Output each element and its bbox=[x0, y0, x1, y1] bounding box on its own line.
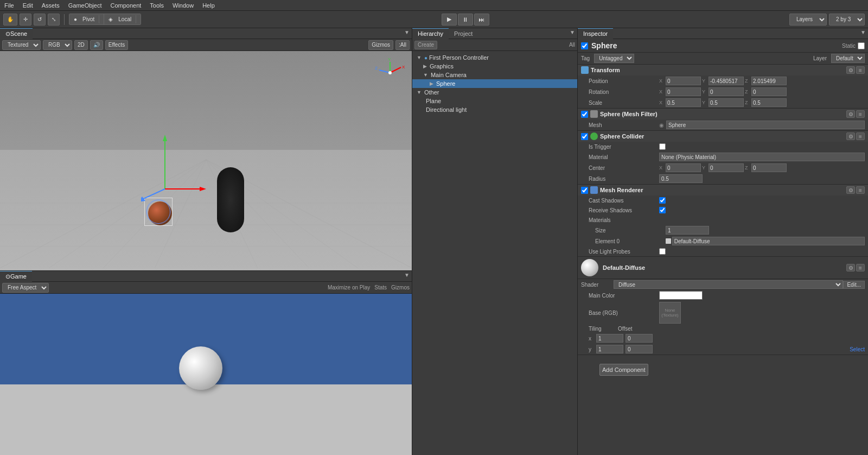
maximize-on-play-button[interactable]: Maximize on Play bbox=[328, 285, 370, 290]
rotation-x-input[interactable] bbox=[666, 87, 701, 96]
scale-z-input[interactable] bbox=[751, 98, 787, 107]
texture-preview[interactable]: None (Texture) bbox=[659, 302, 681, 324]
menu-edit[interactable]: Edit bbox=[18, 2, 37, 9]
add-component-button[interactable]: Add Component bbox=[599, 364, 648, 376]
scale-y-input[interactable] bbox=[709, 98, 744, 107]
tiling-x-input[interactable] bbox=[596, 334, 623, 343]
material-menu-icon[interactable]: ≡ bbox=[856, 264, 865, 271]
play-button[interactable]: ▶ bbox=[442, 14, 457, 26]
mesh-renderer-enabled[interactable] bbox=[581, 187, 588, 194]
transform-header[interactable]: Transform ⚙ ≡ bbox=[578, 65, 868, 75]
scale-x-input[interactable] bbox=[666, 98, 701, 107]
menu-window[interactable]: Window bbox=[168, 2, 198, 9]
size-input[interactable] bbox=[666, 226, 709, 235]
tiling-y-input[interactable] bbox=[596, 345, 623, 353]
scene-minimize-button[interactable]: ▼ bbox=[404, 29, 410, 35]
hierarchy-item-dirlight[interactable]: Directional light bbox=[412, 105, 577, 114]
menu-gameobject[interactable]: GameObject bbox=[64, 2, 106, 9]
rotation-y-input[interactable] bbox=[709, 87, 744, 96]
mesh-renderer-header[interactable]: Mesh Renderer ⚙ ≡ bbox=[578, 185, 868, 195]
mesh-renderer-settings-icon[interactable]: ⚙ bbox=[846, 186, 855, 194]
menu-tools[interactable]: Tools bbox=[145, 2, 168, 9]
radius-input[interactable] bbox=[659, 174, 703, 183]
main-color-swatch[interactable] bbox=[659, 291, 703, 300]
hand-tool-button[interactable]: ✋ bbox=[3, 14, 17, 26]
position-y-input[interactable] bbox=[709, 77, 744, 85]
aspect-dropdown[interactable]: Free Aspect bbox=[2, 283, 49, 293]
menu-file[interactable]: File bbox=[0, 2, 18, 9]
rotate-tool-button[interactable]: ↺ bbox=[34, 14, 46, 26]
sphere-collider-menu-icon[interactable]: ≡ bbox=[856, 132, 865, 140]
material-settings-icon[interactable]: ⚙ bbox=[846, 264, 855, 271]
game-tab[interactable]: ⊙ Game bbox=[0, 271, 32, 282]
transform-gizmo[interactable] bbox=[141, 129, 206, 205]
stats-button[interactable]: Stats bbox=[374, 285, 387, 290]
game-gizmos-button[interactable]: Gizmos bbox=[391, 285, 410, 290]
use-light-probes-checkbox[interactable] bbox=[659, 248, 666, 255]
tag-dropdown[interactable]: Untagged bbox=[594, 54, 634, 63]
hierarchy-item-maincamera[interactable]: ▼ Main Camera bbox=[412, 71, 577, 79]
hierarchy-item-sphere[interactable]: ▶ Sphere bbox=[412, 79, 577, 88]
game-minimize-button[interactable]: ▼ bbox=[404, 272, 410, 278]
select-label[interactable]: Select bbox=[850, 346, 865, 352]
color-mode-dropdown[interactable]: RGB bbox=[43, 40, 72, 50]
audio-button[interactable]: 🔊 bbox=[90, 40, 103, 50]
hierarchy-item-graphics[interactable]: ▶ Graphics bbox=[412, 62, 577, 71]
sphere-collider-enabled[interactable] bbox=[581, 133, 588, 140]
sphere-collider-settings-icon[interactable]: ⚙ bbox=[846, 132, 855, 140]
pause-button[interactable]: ⏸ bbox=[458, 14, 473, 26]
2d-button[interactable]: 2D bbox=[74, 40, 88, 50]
offset-y-input[interactable] bbox=[626, 345, 653, 353]
rotation-z-input[interactable] bbox=[751, 87, 787, 96]
mesh-value-input[interactable] bbox=[666, 121, 865, 129]
pivot-button[interactable]: ● Pivot bbox=[69, 14, 104, 24]
scale-tool-button[interactable]: ⤡ bbox=[48, 14, 60, 26]
step-button[interactable]: ⏭ bbox=[474, 14, 489, 26]
move-tool-button[interactable]: ✛ bbox=[20, 14, 31, 26]
transform-menu-icon[interactable]: ≡ bbox=[856, 66, 865, 74]
layout-dropdown[interactable]: 2 by 3 bbox=[829, 14, 865, 26]
hierarchy-minimize-button[interactable]: ▼ bbox=[570, 29, 575, 35]
receive-shadows-checkbox[interactable] bbox=[659, 207, 666, 213]
local-button[interactable]: ◈ Local bbox=[104, 14, 141, 24]
mesh-filter-enabled[interactable] bbox=[581, 111, 588, 118]
layers-dropdown[interactable]: Layers bbox=[789, 14, 827, 26]
inspector-minimize-button[interactable]: ▼ bbox=[860, 29, 866, 35]
shader-dropdown[interactable]: Diffuse bbox=[614, 280, 843, 289]
mesh-filter-settings-icon[interactable]: ⚙ bbox=[846, 110, 855, 118]
create-button[interactable]: Create bbox=[414, 41, 437, 49]
menu-assets[interactable]: Assets bbox=[37, 2, 64, 9]
hierarchy-tab[interactable]: Hierarchy bbox=[412, 28, 449, 39]
sphere-collider-header[interactable]: Sphere Collider ⚙ ≡ bbox=[578, 131, 868, 142]
menu-help[interactable]: Help bbox=[198, 2, 219, 9]
hierarchy-item-other[interactable]: ▼ Other bbox=[412, 88, 577, 97]
transform-settings-icon[interactable]: ⚙ bbox=[846, 66, 855, 74]
cast-shadows-checkbox[interactable] bbox=[659, 197, 666, 204]
is-trigger-checkbox[interactable] bbox=[659, 143, 666, 150]
offset-x-input[interactable] bbox=[626, 334, 653, 343]
scene-viewport[interactable]: X Y Z bbox=[0, 51, 412, 270]
menu-component[interactable]: Component bbox=[106, 2, 145, 9]
all-filter-button[interactable]: :All bbox=[395, 40, 410, 50]
position-z-input[interactable] bbox=[751, 77, 787, 85]
hierarchy-item-plane[interactable]: Plane bbox=[412, 97, 577, 105]
inspector-tab[interactable]: Inspector bbox=[578, 28, 613, 39]
effects-button[interactable]: Effects bbox=[105, 40, 128, 50]
mesh-filter-header[interactable]: Sphere (Mesh Filter) ⚙ ≡ bbox=[578, 109, 868, 119]
center-z-input[interactable] bbox=[751, 163, 787, 172]
center-y-input[interactable] bbox=[709, 163, 744, 172]
collider-material-input[interactable] bbox=[659, 153, 865, 161]
object-active-checkbox[interactable] bbox=[581, 42, 588, 49]
gizmos-button[interactable]: Gizmos bbox=[368, 40, 393, 50]
shader-edit-button[interactable]: Edit... bbox=[843, 281, 865, 289]
mesh-renderer-menu-icon[interactable]: ≡ bbox=[856, 186, 865, 194]
center-x-input[interactable] bbox=[666, 163, 701, 172]
static-checkbox[interactable] bbox=[858, 42, 865, 49]
scene-tab[interactable]: ⊙ Scene bbox=[0, 28, 33, 39]
hierarchy-item-fpc[interactable]: ▼ ● First Person Controller bbox=[412, 53, 577, 62]
layer-dropdown[interactable]: Default bbox=[831, 54, 865, 63]
project-tab[interactable]: Project bbox=[449, 28, 478, 39]
view-mode-dropdown[interactable]: Textured bbox=[2, 40, 41, 50]
mesh-filter-menu-icon[interactable]: ≡ bbox=[856, 110, 865, 118]
object-name[interactable]: Sphere bbox=[591, 41, 842, 50]
